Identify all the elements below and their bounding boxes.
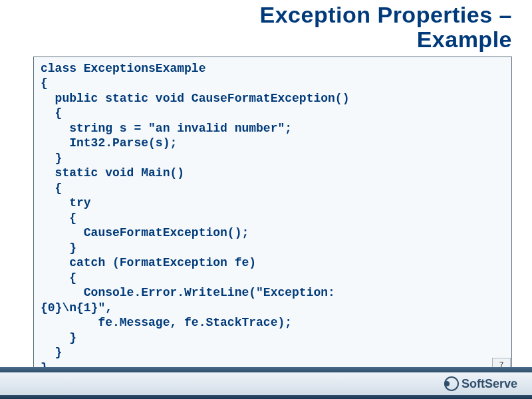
- brand-icon: [444, 376, 459, 391]
- code-block: class ExceptionsExample { public static …: [33, 57, 512, 380]
- footer-stripe-top: [0, 367, 532, 372]
- footer-stripe-bottom: [0, 395, 532, 399]
- slide-title: Exception Properties – Example: [0, 0, 532, 57]
- title-line-2: Example: [417, 27, 512, 52]
- brand-text: SoftServe: [462, 377, 517, 391]
- slide-footer: SoftServe: [0, 367, 532, 399]
- title-line-1: Exception Properties –: [260, 2, 512, 27]
- footer-bar: SoftServe: [0, 372, 532, 395]
- brand-logo: SoftServe: [444, 376, 517, 391]
